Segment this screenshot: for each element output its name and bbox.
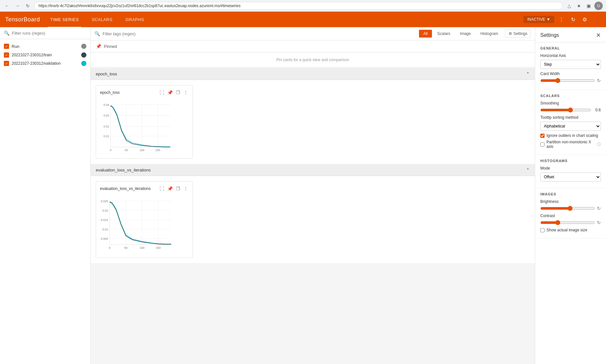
card-width-row: ↻ [540,78,601,83]
svg-text:0: 0 [109,246,110,249]
forward-button[interactable]: → [14,2,21,10]
settings-panel: Settings ✕ GENERAL Horizontal Axis Step … [535,27,606,364]
brightness-reset[interactable]: ↻ [597,206,601,211]
pin-chart-icon[interactable]: 📌 [167,89,173,96]
settings-general: GENERAL Horizontal Axis Step Relative Wa… [535,42,606,90]
url-bar[interactable]: https://tnsrb-4c7l2akozhhnnnk6x8xvuqu22j… [34,2,563,10]
run-header-checkbox[interactable] [4,44,9,49]
svg-text:0.03: 0.03 [104,114,109,117]
run-validation-label: 20221027-230312/validation [12,61,61,66]
mode-select[interactable]: Offset Overlay [540,172,601,182]
chart-card-header-epoch-loss: epoch_loss ⛶ 📌 ❐ ⋮ [100,89,189,96]
image-icon[interactable]: ⛶ [159,89,165,96]
filter-tabs: All Scalars Image Histogram [419,30,502,38]
nav-scalars[interactable]: SCALARS [89,16,115,23]
run-validation-color [81,61,86,66]
partition-checkbox[interactable] [540,142,545,147]
expand-icon[interactable]: ❐ [175,89,181,96]
contrast-label: Contrast [540,214,601,218]
chart-actions-eval-loss: ⛶ 📌 ❐ ⋮ [159,185,189,192]
svg-text:100: 100 [139,246,144,249]
extensions-icon[interactable]: ▣ [585,2,592,10]
svg-text:0.01: 0.01 [102,228,108,231]
content-panel: 🔍 All Scalars Image Histogram ⚙ Settings… [91,27,535,364]
horizontal-axis-select[interactable]: Step Relative Wall [540,60,601,69]
tab-histogram[interactable]: Histogram [476,30,502,38]
run-validation-checkbox[interactable] [4,61,9,66]
histograms-section-title: HISTOGRAMS [540,159,601,163]
help-icon[interactable]: ❓ [592,15,601,24]
run-train-color [81,52,86,58]
run-train-checkbox[interactable] [4,52,9,58]
main-area: 🔍 Run 20221027-230312/train 20221027-230… [0,27,606,364]
charts-area[interactable]: 📌 Pinned Pin cards for a quick view and … [91,40,535,364]
svg-text:150: 150 [155,149,160,152]
brightness-slider[interactable] [540,206,595,211]
gear-small-icon: ⚙ [509,31,512,36]
images-section-title: IMAGES [540,192,601,196]
chart-group-epoch-loss: epoch_loss ⌃ epoch_loss ⛶ 📌 ❐ ⋮ [91,68,535,164]
partition-help-icon[interactable]: ⓘ [597,142,601,147]
brand-logo: TensorBoard [5,16,40,23]
contrast-reset[interactable]: ↻ [597,220,601,225]
pin-icon: 📌 [96,44,101,49]
ignore-outliers-checkbox[interactable] [540,134,545,138]
pinned-title: Pinned [104,44,117,49]
filter-tags-input[interactable] [103,31,416,36]
chart-group-header-epoch-loss[interactable]: epoch_loss ⌃ [91,68,535,80]
chart-card-epoch-loss: epoch_loss ⛶ 📌 ❐ ⋮ [96,85,193,159]
tab-all[interactable]: All [419,30,432,38]
show-actual-size-label: Show actual image size [546,228,587,232]
collapse-icon-epoch-loss[interactable]: ⌃ [526,72,530,76]
top-nav: TensorBoard TIME SERIES SCALARS GRAPHS I… [0,12,606,27]
reload-button[interactable]: ↻ [24,2,32,10]
url-text: https://tnsrb-4c7l2akozhhnnnk6x8xvuqu22j… [39,4,240,8]
settings-dots-icon[interactable]: ⋮ [557,15,566,24]
collapse-icon-eval-loss[interactable]: ⌃ [526,168,530,172]
account-icon[interactable]: U [594,2,603,10]
settings-button[interactable]: ⚙ Settings [505,30,531,38]
horizontal-axis-label: Horizontal Axis [540,53,601,58]
mode-label: Mode [540,166,601,171]
nav-time-series[interactable]: TIME SERIES [48,16,82,23]
show-actual-size-row: Show actual image size [540,228,601,232]
run-header-color [81,44,86,49]
tab-image[interactable]: Image [456,30,475,38]
profile-icon[interactable]: △ [565,2,573,10]
settings-close-button[interactable]: ✕ [596,32,601,39]
chart-group-eval-loss: evaluation_loss_vs_iterations ⌃ evaluati… [91,164,535,263]
back-button[interactable]: ← [3,2,11,10]
image2-icon[interactable]: ⛶ [159,185,165,192]
refresh-icon[interactable]: ↻ [568,15,578,24]
more-vert-icon[interactable]: ⋮ [183,89,189,96]
gear-icon[interactable]: ⚙ [580,15,589,24]
svg-text:0.01: 0.01 [104,135,109,138]
tab-scalars[interactable]: Scalars [433,30,455,38]
run-train-label: 20221027-230312/train [12,53,52,57]
tooltip-sort-select[interactable]: Alphabetical Ascending Descending None [540,122,601,131]
show-actual-size-checkbox[interactable] [540,228,545,232]
svg-text:0.005: 0.005 [101,237,108,240]
card-width-slider[interactable] [540,78,595,83]
ignore-outliers-row: Ignore outliers in chart scaling [540,133,601,138]
contrast-slider[interactable] [540,220,595,225]
smoothing-label: Smoothing [540,101,601,105]
filter-runs-input[interactable] [12,31,86,36]
nav-graphs[interactable]: GRAPHS [123,16,147,23]
expand2-icon[interactable]: ❐ [175,185,181,192]
run-header: Run [0,42,90,51]
pin-chart2-icon[interactable]: 📌 [167,185,173,192]
settings-scalars: SCALARS Smoothing 0.6 Tooltip sorting me… [535,90,606,155]
run-header-label: Run [12,44,19,49]
chart-group-header-eval-loss[interactable]: evaluation_loss_vs_iterations ⌃ [91,164,535,176]
chart-group-name-epoch-loss: epoch_loss [96,72,117,76]
more-vert2-icon[interactable]: ⋮ [183,185,189,192]
star-icon[interactable]: ★ [575,2,583,10]
inactive-button[interactable]: INACTIVE ▼ [523,16,554,23]
smoothing-slider[interactable] [540,107,591,113]
filter-search-icon: 🔍 [94,31,100,36]
settings-histograms: HISTOGRAMS Mode Offset Overlay [535,155,606,188]
card-width-reset[interactable]: ↻ [597,78,601,83]
svg-text:100: 100 [140,149,145,152]
smoothing-row: 0.6 [540,107,601,113]
